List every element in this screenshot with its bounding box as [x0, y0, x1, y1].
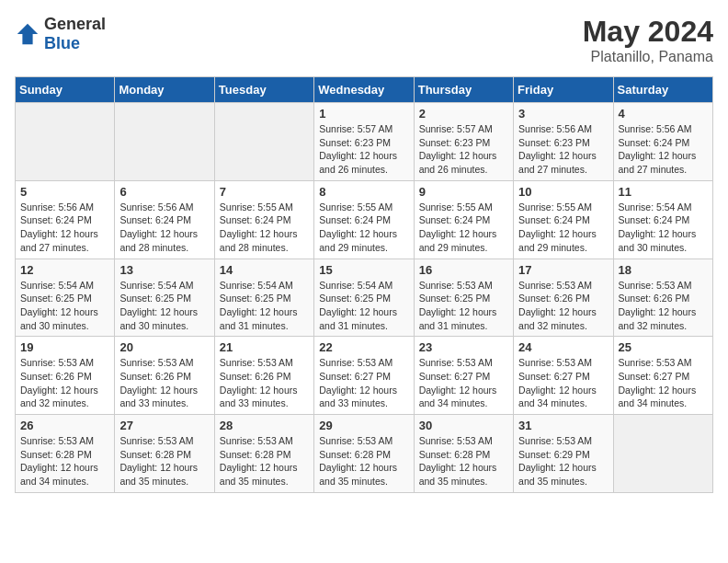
day-number: 10	[518, 185, 608, 199]
month-title: May 2024	[583, 15, 713, 49]
calendar-cell: 20Sunrise: 5:53 AM Sunset: 6:26 PM Dayli…	[115, 337, 214, 415]
day-number: 3	[518, 107, 608, 121]
weekday-header-saturday: Saturday	[613, 77, 712, 103]
day-info: Sunrise: 5:55 AM Sunset: 6:24 PM Dayligh…	[220, 201, 309, 255]
day-number: 11	[619, 185, 708, 199]
day-info: Sunrise: 5:55 AM Sunset: 6:24 PM Dayligh…	[518, 201, 608, 255]
day-info: Sunrise: 5:56 AM Sunset: 6:24 PM Dayligh…	[619, 122, 708, 177]
day-info: Sunrise: 5:53 AM Sunset: 6:26 PM Dayligh…	[518, 279, 608, 333]
day-info: Sunrise: 5:54 AM Sunset: 6:25 PM Dayligh…	[20, 279, 109, 333]
weekday-header-tuesday: Tuesday	[214, 77, 313, 103]
day-number: 7	[220, 185, 309, 199]
calendar-cell	[16, 103, 115, 181]
day-info: Sunrise: 5:53 AM Sunset: 6:26 PM Dayligh…	[220, 356, 309, 410]
day-info: Sunrise: 5:57 AM Sunset: 6:23 PM Dayligh…	[319, 122, 408, 177]
calendar-week-4: 19Sunrise: 5:53 AM Sunset: 6:26 PM Dayli…	[16, 337, 713, 415]
day-number: 29	[319, 419, 408, 432]
calendar-cell: 10Sunrise: 5:55 AM Sunset: 6:24 PM Dayli…	[514, 180, 613, 259]
day-number: 19	[20, 340, 109, 354]
day-info: Sunrise: 5:56 AM Sunset: 6:24 PM Dayligh…	[119, 201, 209, 255]
day-info: Sunrise: 5:53 AM Sunset: 6:27 PM Dayligh…	[419, 356, 508, 410]
day-info: Sunrise: 5:53 AM Sunset: 6:29 PM Dayligh…	[518, 434, 608, 488]
day-info: Sunrise: 5:53 AM Sunset: 6:28 PM Dayligh…	[319, 434, 408, 488]
location-title: Platanillo, Panama	[583, 49, 713, 65]
calendar-cell: 31Sunrise: 5:53 AM Sunset: 6:29 PM Dayli…	[514, 415, 613, 493]
calendar-header: SundayMondayTuesdayWednesdayThursdayFrid…	[16, 77, 713, 103]
calendar-cell: 18Sunrise: 5:53 AM Sunset: 6:26 PM Dayli…	[613, 259, 712, 337]
calendar-cell: 17Sunrise: 5:53 AM Sunset: 6:26 PM Dayli…	[514, 259, 613, 337]
title-block: May 2024 Platanillo, Panama	[583, 15, 713, 65]
day-number: 24	[518, 340, 608, 354]
weekday-header-row: SundayMondayTuesdayWednesdayThursdayFrid…	[16, 77, 713, 103]
day-number: 27	[119, 419, 209, 432]
logo-general: General	[44, 15, 106, 33]
calendar-cell: 27Sunrise: 5:53 AM Sunset: 6:28 PM Dayli…	[115, 415, 214, 493]
day-number: 30	[419, 419, 508, 432]
calendar-cell: 9Sunrise: 5:55 AM Sunset: 6:24 PM Daylig…	[414, 180, 513, 259]
calendar-cell: 4Sunrise: 5:56 AM Sunset: 6:24 PM Daylig…	[613, 103, 712, 181]
calendar-week-3: 12Sunrise: 5:54 AM Sunset: 6:25 PM Dayli…	[16, 259, 713, 337]
day-number: 17	[518, 263, 608, 277]
day-info: Sunrise: 5:54 AM Sunset: 6:25 PM Dayligh…	[119, 279, 209, 333]
day-info: Sunrise: 5:54 AM Sunset: 6:25 PM Dayligh…	[220, 279, 309, 333]
calendar-body: 1Sunrise: 5:57 AM Sunset: 6:23 PM Daylig…	[16, 103, 713, 493]
day-number: 23	[419, 340, 508, 354]
calendar-cell: 14Sunrise: 5:54 AM Sunset: 6:25 PM Dayli…	[214, 259, 313, 337]
calendar-cell: 19Sunrise: 5:53 AM Sunset: 6:26 PM Dayli…	[16, 337, 115, 415]
calendar-cell: 24Sunrise: 5:53 AM Sunset: 6:27 PM Dayli…	[514, 337, 613, 415]
day-info: Sunrise: 5:56 AM Sunset: 6:23 PM Dayligh…	[518, 122, 608, 177]
day-number: 15	[319, 263, 408, 277]
day-number: 18	[619, 263, 708, 277]
weekday-header-thursday: Thursday	[414, 77, 513, 103]
day-number: 5	[20, 185, 109, 199]
logo-blue: Blue	[44, 34, 80, 52]
calendar-cell: 22Sunrise: 5:53 AM Sunset: 6:27 PM Dayli…	[314, 337, 414, 415]
calendar-cell: 30Sunrise: 5:53 AM Sunset: 6:28 PM Dayli…	[414, 415, 513, 493]
page-header: General Blue May 2024 Platanillo, Panama	[15, 15, 713, 65]
day-number: 12	[20, 263, 109, 277]
day-number: 9	[419, 185, 508, 199]
day-number: 21	[220, 340, 309, 354]
day-number: 4	[619, 107, 708, 121]
day-number: 28	[220, 419, 309, 432]
svg-marker-0	[17, 24, 38, 44]
calendar-cell: 16Sunrise: 5:53 AM Sunset: 6:25 PM Dayli…	[414, 259, 513, 337]
calendar-cell: 21Sunrise: 5:53 AM Sunset: 6:26 PM Dayli…	[214, 337, 313, 415]
day-number: 16	[419, 263, 508, 277]
calendar-week-5: 26Sunrise: 5:53 AM Sunset: 6:28 PM Dayli…	[16, 415, 713, 493]
day-number: 13	[119, 263, 209, 277]
day-info: Sunrise: 5:53 AM Sunset: 6:25 PM Dayligh…	[419, 279, 508, 333]
calendar-cell	[613, 415, 712, 493]
day-number: 6	[119, 185, 209, 199]
calendar-table: SundayMondayTuesdayWednesdayThursdayFrid…	[15, 76, 713, 493]
day-info: Sunrise: 5:53 AM Sunset: 6:28 PM Dayligh…	[220, 434, 309, 488]
day-number: 2	[419, 107, 508, 121]
calendar-cell: 29Sunrise: 5:53 AM Sunset: 6:28 PM Dayli…	[314, 415, 414, 493]
day-info: Sunrise: 5:53 AM Sunset: 6:28 PM Dayligh…	[419, 434, 508, 488]
day-number: 25	[619, 340, 708, 354]
calendar-cell: 12Sunrise: 5:54 AM Sunset: 6:25 PM Dayli…	[16, 259, 115, 337]
day-info: Sunrise: 5:53 AM Sunset: 6:26 PM Dayligh…	[119, 356, 209, 410]
calendar-cell: 1Sunrise: 5:57 AM Sunset: 6:23 PM Daylig…	[314, 103, 414, 181]
day-number: 14	[220, 263, 309, 277]
calendar-cell: 6Sunrise: 5:56 AM Sunset: 6:24 PM Daylig…	[115, 180, 214, 259]
calendar-week-2: 5Sunrise: 5:56 AM Sunset: 6:24 PM Daylig…	[16, 180, 713, 259]
calendar-cell: 25Sunrise: 5:53 AM Sunset: 6:27 PM Dayli…	[613, 337, 712, 415]
weekday-header-friday: Friday	[514, 77, 613, 103]
calendar-cell: 8Sunrise: 5:55 AM Sunset: 6:24 PM Daylig…	[314, 180, 414, 259]
calendar-cell	[115, 103, 214, 181]
day-info: Sunrise: 5:53 AM Sunset: 6:28 PM Dayligh…	[20, 434, 109, 488]
day-info: Sunrise: 5:53 AM Sunset: 6:28 PM Dayligh…	[119, 434, 209, 488]
calendar-cell: 28Sunrise: 5:53 AM Sunset: 6:28 PM Dayli…	[214, 415, 313, 493]
calendar-cell: 13Sunrise: 5:54 AM Sunset: 6:25 PM Dayli…	[115, 259, 214, 337]
day-info: Sunrise: 5:53 AM Sunset: 6:27 PM Dayligh…	[619, 356, 708, 410]
calendar-cell: 23Sunrise: 5:53 AM Sunset: 6:27 PM Dayli…	[414, 337, 513, 415]
calendar-cell: 3Sunrise: 5:56 AM Sunset: 6:23 PM Daylig…	[514, 103, 613, 181]
weekday-header-sunday: Sunday	[16, 77, 115, 103]
day-number: 22	[319, 340, 408, 354]
weekday-header-monday: Monday	[115, 77, 214, 103]
calendar-cell: 5Sunrise: 5:56 AM Sunset: 6:24 PM Daylig…	[16, 180, 115, 259]
calendar-cell: 2Sunrise: 5:57 AM Sunset: 6:23 PM Daylig…	[414, 103, 513, 181]
day-info: Sunrise: 5:53 AM Sunset: 6:27 PM Dayligh…	[518, 356, 608, 410]
day-info: Sunrise: 5:53 AM Sunset: 6:27 PM Dayligh…	[319, 356, 408, 410]
